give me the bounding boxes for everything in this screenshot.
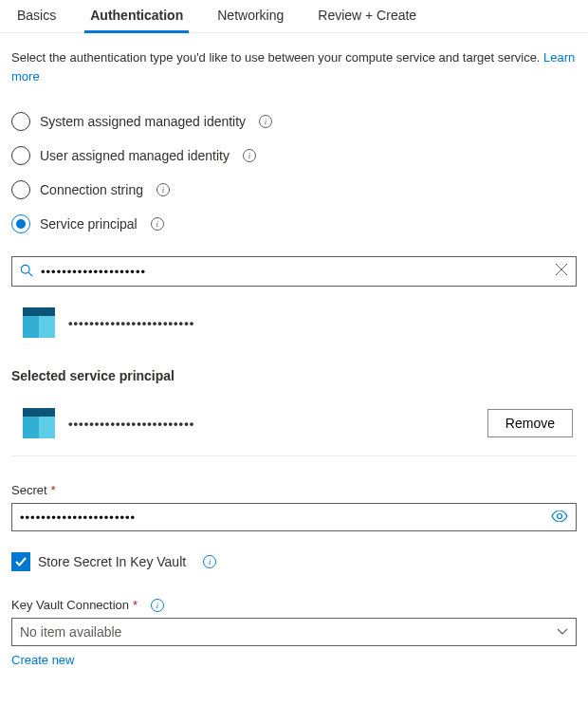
keyvault-connection-label: Key Vault Connection * i xyxy=(11,598,577,612)
app-registration-icon xyxy=(23,307,55,338)
svg-line-1 xyxy=(28,272,32,276)
radio-connection-string[interactable]: Connection string i xyxy=(11,180,577,199)
create-new-link[interactable]: Create new xyxy=(11,653,74,667)
reveal-secret-icon[interactable] xyxy=(551,510,568,525)
radio-icon xyxy=(11,146,30,165)
info-icon[interactable]: i xyxy=(203,555,216,568)
checkbox-checked-icon[interactable] xyxy=(11,552,30,571)
result-name: •••••••••••••••••••••••• xyxy=(68,316,194,330)
keyvault-connection-select[interactable]: No item available xyxy=(11,618,577,646)
info-icon[interactable]: i xyxy=(243,149,256,162)
radio-label: System assigned managed identity xyxy=(40,114,246,129)
required-marker: * xyxy=(51,483,56,497)
chevron-down-icon xyxy=(557,625,568,639)
radio-icon xyxy=(11,214,30,233)
service-principal-search[interactable] xyxy=(11,256,577,287)
tab-networking[interactable]: Networking xyxy=(211,0,289,32)
auth-type-radio-group: System assigned managed identity i User … xyxy=(11,112,577,233)
secret-label: Secret * xyxy=(11,483,577,497)
secret-field[interactable] xyxy=(11,503,577,531)
selected-principal-name: •••••••••••••••••••••••• xyxy=(68,417,487,431)
intro-text-body: Select the authentication type you'd lik… xyxy=(11,50,543,65)
search-result-item[interactable]: •••••••••••••••••••••••• xyxy=(11,300,577,353)
svg-point-0 xyxy=(21,265,29,273)
store-in-keyvault-row[interactable]: Store Secret In Key Vault i xyxy=(11,552,577,571)
search-input[interactable] xyxy=(41,265,555,279)
radio-icon xyxy=(11,112,30,131)
info-icon[interactable]: i xyxy=(259,115,272,128)
select-value: No item available xyxy=(20,624,557,640)
tabs-bar: Basics Authentication Networking Review … xyxy=(0,0,588,33)
radio-service-principal[interactable]: Service principal i xyxy=(11,214,577,233)
selected-principal-row: •••••••••••••••••••••••• Remove xyxy=(11,400,577,456)
content-area: Select the authentication type you'd lik… xyxy=(0,33,588,682)
search-icon xyxy=(20,264,33,280)
tab-authentication[interactable]: Authentication xyxy=(84,0,189,32)
secret-input[interactable] xyxy=(20,511,551,525)
kv-label-text: Key Vault Connection xyxy=(11,598,129,612)
secret-label-text: Secret xyxy=(11,483,47,497)
radio-label: User assigned managed identity xyxy=(40,148,230,163)
radio-label: Connection string xyxy=(40,182,143,197)
svg-point-4 xyxy=(558,514,562,519)
remove-button[interactable]: Remove xyxy=(487,409,573,437)
info-icon[interactable]: i xyxy=(151,217,164,231)
radio-icon xyxy=(11,180,30,199)
app-registration-icon xyxy=(23,408,55,438)
tab-basics[interactable]: Basics xyxy=(11,0,62,32)
info-icon[interactable]: i xyxy=(156,183,170,196)
store-kv-label: Store Secret In Key Vault xyxy=(38,554,186,569)
intro-text: Select the authentication type you'd lik… xyxy=(11,48,577,85)
radio-system-identity[interactable]: System assigned managed identity i xyxy=(11,112,577,131)
radio-label: Service principal xyxy=(40,216,138,232)
info-icon[interactable]: i xyxy=(151,599,164,612)
required-marker: * xyxy=(133,598,138,612)
tab-review-create[interactable]: Review + Create xyxy=(312,0,422,32)
clear-search-icon[interactable] xyxy=(555,263,568,280)
selected-principal-heading: Selected service principal xyxy=(11,368,577,383)
radio-user-identity[interactable]: User assigned managed identity i xyxy=(11,146,577,165)
